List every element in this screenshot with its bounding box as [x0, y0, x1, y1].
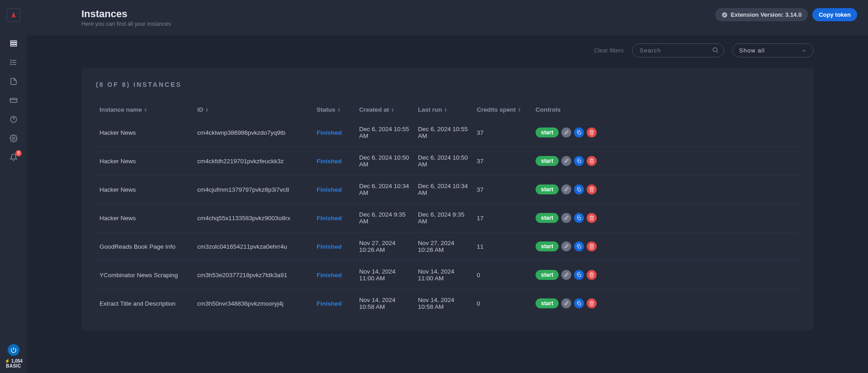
cell-controls: start [532, 147, 799, 175]
col-header-credits[interactable]: Credits spent▲▼ [473, 101, 532, 118]
cell-credits: 37 [473, 118, 532, 147]
table-row[interactable]: GoodReads Book Page Infocm3zolc041654211… [96, 232, 799, 261]
table-count-label: (8 OF 8) INSTANCES [96, 81, 799, 88]
start-button[interactable]: start [536, 241, 559, 251]
instances-table-card: (8 OF 8) INSTANCES Instance name▲▼ ID▲▼ … [81, 68, 814, 330]
svg-point-8 [10, 64, 11, 65]
start-button[interactable]: start [536, 184, 559, 194]
edit-icon[interactable] [561, 156, 571, 166]
cell-created: Dec 6, 2024 10:50 AM [356, 147, 414, 175]
edit-icon[interactable] [561, 184, 571, 194]
app-logo[interactable] [7, 8, 20, 22]
nav-help[interactable] [5, 111, 22, 127]
sidebar: 8 ⚡ 1,054 BASIC [0, 0, 27, 373]
nav-settings[interactable] [5, 130, 22, 146]
table-row[interactable]: Hacker Newscm4cjufmm1379797pvkz8p3i7vc8F… [96, 175, 799, 204]
cell-lastrun: Nov 14, 2024 10:58 AM [414, 289, 473, 318]
col-header-status[interactable]: Status▲▼ [313, 101, 356, 118]
col-header-lastrun[interactable]: Last run▲▼ [414, 101, 473, 118]
svg-point-13 [13, 137, 15, 140]
col-header-id[interactable]: ID▲▼ [194, 101, 313, 118]
edit-icon[interactable] [561, 241, 571, 251]
cell-id: cm3zolc041654211pvkza0ehrr4u [194, 232, 313, 261]
table-row[interactable]: Hacker Newscm4ckfdh2219701pvkzfeuckk3zFi… [96, 147, 799, 175]
table-row[interactable]: YCombinator News Scrapingcm3h53e20377218… [96, 261, 799, 289]
power-button[interactable] [8, 344, 19, 356]
copy-icon[interactable] [574, 184, 584, 194]
svg-rect-22 [579, 246, 581, 249]
nav-instances[interactable] [5, 35, 22, 52]
cell-id: cm3h50nvr348836pvkzmooryj4j [194, 289, 313, 318]
copy-icon[interactable] [574, 127, 584, 137]
cell-created: Nov 27, 2024 10:26 AM [356, 232, 414, 261]
status-filter-select[interactable]: Show all [732, 43, 814, 57]
cell-lastrun: Nov 27, 2024 10:26 AM [414, 232, 473, 261]
delete-icon[interactable] [587, 270, 597, 280]
nav-billing[interactable] [5, 92, 22, 109]
svg-rect-2 [10, 45, 17, 46]
svg-point-6 [10, 60, 11, 61]
nav-list[interactable] [5, 54, 22, 71]
cell-created: Dec 6, 2024 9:35 AM [356, 204, 414, 232]
clear-filters-link[interactable]: Clear filters [594, 47, 624, 54]
cell-created: Nov 14, 2024 11:00 AM [356, 261, 414, 289]
delete-icon[interactable] [587, 156, 597, 166]
start-button[interactable]: start [536, 156, 559, 166]
copy-icon[interactable] [574, 298, 584, 308]
start-button[interactable]: start [536, 298, 559, 308]
cell-controls: start [532, 204, 799, 232]
cell-credits: 11 [473, 232, 532, 261]
start-button[interactable]: start [536, 270, 559, 280]
chevron-down-icon [802, 48, 807, 53]
cell-credits: 17 [473, 204, 532, 232]
cell-created: Nov 14, 2024 10:58 AM [356, 289, 414, 318]
start-button[interactable]: start [536, 127, 559, 137]
sidebar-footer: ⚡ 1,054 BASIC [0, 344, 27, 368]
cell-name: GoodReads Book Page Info [96, 232, 194, 261]
search-input[interactable] [632, 43, 724, 57]
cell-controls: start [532, 232, 799, 261]
page-title: Instances [81, 8, 171, 20]
delete-icon[interactable] [587, 184, 597, 194]
start-button[interactable]: start [536, 213, 559, 223]
credits-value: ⚡ 1,054 [5, 359, 23, 364]
svg-rect-19 [579, 161, 581, 163]
cell-credits: 0 [473, 289, 532, 318]
table-row[interactable]: Extract Title and Descriptioncm3h50nvr34… [96, 289, 799, 318]
cell-id: cm3h53e20377218pvkz7fdk3a91 [194, 261, 313, 289]
status-filter-value: Show all [739, 47, 765, 54]
edit-icon[interactable] [561, 127, 571, 137]
delete-icon[interactable] [587, 241, 597, 251]
cell-created: Dec 6, 2024 10:55 AM [356, 118, 414, 147]
cell-status: Finished [313, 147, 356, 175]
table-row[interactable]: Hacker Newscm4cklwnp386986pvkzdo7yq9tbFi… [96, 118, 799, 147]
col-header-created[interactable]: Created at▲▼ [356, 101, 414, 118]
nav-notifications[interactable]: 8 [5, 149, 22, 165]
copy-token-button[interactable]: Copy token [812, 8, 857, 21]
cell-name: Hacker News [96, 204, 194, 232]
delete-icon[interactable] [587, 213, 597, 223]
table-row[interactable]: Hacker Newscm4chq55x1133583pvkz9003o8rxF… [96, 204, 799, 232]
copy-icon[interactable] [574, 270, 584, 280]
edit-icon[interactable] [561, 298, 571, 308]
delete-icon[interactable] [587, 127, 597, 137]
svg-rect-1 [10, 43, 17, 44]
copy-token-label: Copy token [819, 11, 851, 18]
extension-version-pill[interactable]: Extension Version: 3.14.0 [715, 8, 808, 21]
svg-rect-23 [579, 274, 581, 277]
cell-status: Finished [313, 204, 356, 232]
copy-icon[interactable] [574, 241, 584, 251]
edit-icon[interactable] [561, 270, 571, 280]
copy-icon[interactable] [574, 156, 584, 166]
copy-icon[interactable] [574, 213, 584, 223]
search-icon [712, 47, 719, 55]
col-header-name[interactable]: Instance name▲▼ [96, 101, 194, 118]
edit-icon[interactable] [561, 213, 571, 223]
nav-document[interactable] [5, 73, 22, 90]
cell-lastrun: Dec 6, 2024 9:35 AM [414, 204, 473, 232]
delete-icon[interactable] [587, 298, 597, 308]
cell-created: Dec 6, 2024 10:34 AM [356, 175, 414, 204]
svg-line-17 [716, 51, 718, 52]
svg-rect-18 [579, 132, 581, 135]
cell-lastrun: Dec 6, 2024 10:34 AM [414, 175, 473, 204]
